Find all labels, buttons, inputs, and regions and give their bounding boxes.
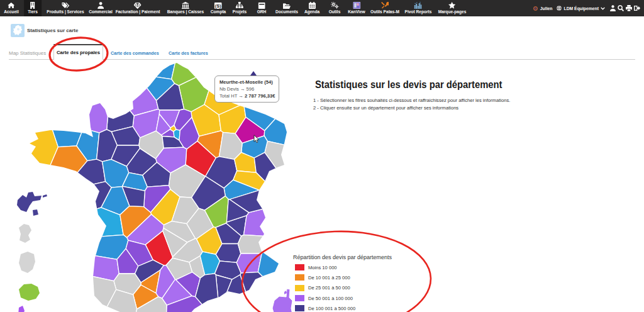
- svg-text:($): ($): [215, 3, 221, 9]
